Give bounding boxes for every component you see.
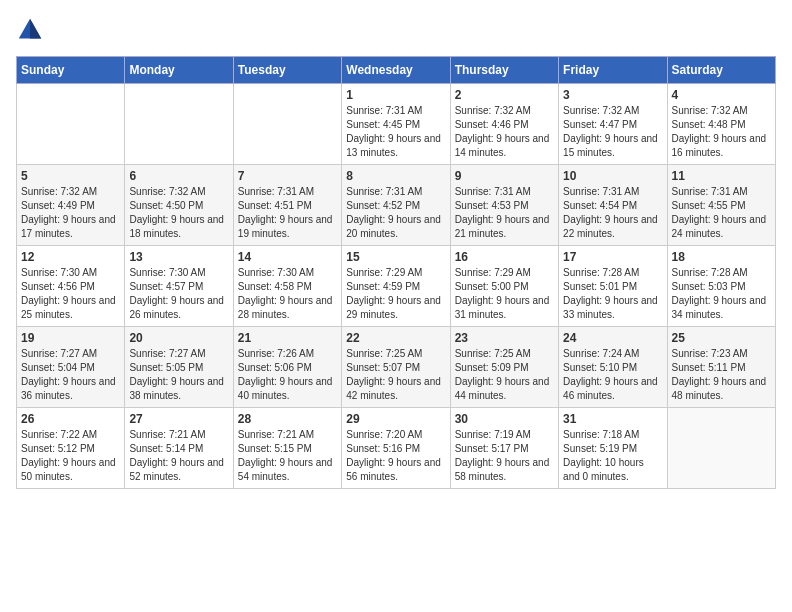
weekday-header-friday: Friday <box>559 57 667 84</box>
day-cell: 10Sunrise: 7:31 AM Sunset: 4:54 PM Dayli… <box>559 165 667 246</box>
day-number: 11 <box>672 169 771 183</box>
week-row-3: 12Sunrise: 7:30 AM Sunset: 4:56 PM Dayli… <box>17 246 776 327</box>
day-number: 4 <box>672 88 771 102</box>
svg-marker-1 <box>30 19 41 39</box>
day-number: 2 <box>455 88 554 102</box>
day-info: Sunrise: 7:20 AM Sunset: 5:16 PM Dayligh… <box>346 428 445 484</box>
day-cell: 8Sunrise: 7:31 AM Sunset: 4:52 PM Daylig… <box>342 165 450 246</box>
day-info: Sunrise: 7:30 AM Sunset: 4:56 PM Dayligh… <box>21 266 120 322</box>
day-number: 1 <box>346 88 445 102</box>
day-info: Sunrise: 7:32 AM Sunset: 4:50 PM Dayligh… <box>129 185 228 241</box>
day-info: Sunrise: 7:22 AM Sunset: 5:12 PM Dayligh… <box>21 428 120 484</box>
weekday-header-saturday: Saturday <box>667 57 775 84</box>
day-cell: 23Sunrise: 7:25 AM Sunset: 5:09 PM Dayli… <box>450 327 558 408</box>
day-cell: 5Sunrise: 7:32 AM Sunset: 4:49 PM Daylig… <box>17 165 125 246</box>
day-cell <box>125 84 233 165</box>
day-info: Sunrise: 7:31 AM Sunset: 4:54 PM Dayligh… <box>563 185 662 241</box>
day-info: Sunrise: 7:26 AM Sunset: 5:06 PM Dayligh… <box>238 347 337 403</box>
day-cell: 31Sunrise: 7:18 AM Sunset: 5:19 PM Dayli… <box>559 408 667 489</box>
day-number: 17 <box>563 250 662 264</box>
day-cell: 19Sunrise: 7:27 AM Sunset: 5:04 PM Dayli… <box>17 327 125 408</box>
day-info: Sunrise: 7:27 AM Sunset: 5:04 PM Dayligh… <box>21 347 120 403</box>
day-info: Sunrise: 7:30 AM Sunset: 4:58 PM Dayligh… <box>238 266 337 322</box>
day-number: 27 <box>129 412 228 426</box>
day-number: 25 <box>672 331 771 345</box>
day-cell: 24Sunrise: 7:24 AM Sunset: 5:10 PM Dayli… <box>559 327 667 408</box>
day-info: Sunrise: 7:30 AM Sunset: 4:57 PM Dayligh… <box>129 266 228 322</box>
day-info: Sunrise: 7:25 AM Sunset: 5:09 PM Dayligh… <box>455 347 554 403</box>
day-number: 24 <box>563 331 662 345</box>
day-cell: 7Sunrise: 7:31 AM Sunset: 4:51 PM Daylig… <box>233 165 341 246</box>
day-number: 7 <box>238 169 337 183</box>
day-cell: 17Sunrise: 7:28 AM Sunset: 5:01 PM Dayli… <box>559 246 667 327</box>
weekday-header-monday: Monday <box>125 57 233 84</box>
day-cell: 18Sunrise: 7:28 AM Sunset: 5:03 PM Dayli… <box>667 246 775 327</box>
day-number: 13 <box>129 250 228 264</box>
day-cell: 13Sunrise: 7:30 AM Sunset: 4:57 PM Dayli… <box>125 246 233 327</box>
day-info: Sunrise: 7:31 AM Sunset: 4:55 PM Dayligh… <box>672 185 771 241</box>
day-cell <box>17 84 125 165</box>
day-number: 18 <box>672 250 771 264</box>
day-cell: 21Sunrise: 7:26 AM Sunset: 5:06 PM Dayli… <box>233 327 341 408</box>
day-number: 20 <box>129 331 228 345</box>
day-info: Sunrise: 7:32 AM Sunset: 4:48 PM Dayligh… <box>672 104 771 160</box>
day-cell: 3Sunrise: 7:32 AM Sunset: 4:47 PM Daylig… <box>559 84 667 165</box>
day-number: 30 <box>455 412 554 426</box>
page-header <box>16 16 776 44</box>
day-info: Sunrise: 7:29 AM Sunset: 4:59 PM Dayligh… <box>346 266 445 322</box>
day-cell: 27Sunrise: 7:21 AM Sunset: 5:14 PM Dayli… <box>125 408 233 489</box>
day-number: 8 <box>346 169 445 183</box>
day-info: Sunrise: 7:19 AM Sunset: 5:17 PM Dayligh… <box>455 428 554 484</box>
day-cell: 22Sunrise: 7:25 AM Sunset: 5:07 PM Dayli… <box>342 327 450 408</box>
weekday-header-tuesday: Tuesday <box>233 57 341 84</box>
day-info: Sunrise: 7:21 AM Sunset: 5:14 PM Dayligh… <box>129 428 228 484</box>
logo-icon <box>16 16 44 44</box>
day-cell: 29Sunrise: 7:20 AM Sunset: 5:16 PM Dayli… <box>342 408 450 489</box>
day-cell: 2Sunrise: 7:32 AM Sunset: 4:46 PM Daylig… <box>450 84 558 165</box>
weekday-header-row: SundayMondayTuesdayWednesdayThursdayFrid… <box>17 57 776 84</box>
day-cell: 25Sunrise: 7:23 AM Sunset: 5:11 PM Dayli… <box>667 327 775 408</box>
day-number: 3 <box>563 88 662 102</box>
day-number: 22 <box>346 331 445 345</box>
day-info: Sunrise: 7:28 AM Sunset: 5:03 PM Dayligh… <box>672 266 771 322</box>
day-info: Sunrise: 7:23 AM Sunset: 5:11 PM Dayligh… <box>672 347 771 403</box>
day-cell: 26Sunrise: 7:22 AM Sunset: 5:12 PM Dayli… <box>17 408 125 489</box>
day-info: Sunrise: 7:31 AM Sunset: 4:52 PM Dayligh… <box>346 185 445 241</box>
day-cell: 6Sunrise: 7:32 AM Sunset: 4:50 PM Daylig… <box>125 165 233 246</box>
day-info: Sunrise: 7:21 AM Sunset: 5:15 PM Dayligh… <box>238 428 337 484</box>
day-number: 14 <box>238 250 337 264</box>
week-row-4: 19Sunrise: 7:27 AM Sunset: 5:04 PM Dayli… <box>17 327 776 408</box>
day-info: Sunrise: 7:31 AM Sunset: 4:45 PM Dayligh… <box>346 104 445 160</box>
day-info: Sunrise: 7:31 AM Sunset: 4:53 PM Dayligh… <box>455 185 554 241</box>
day-number: 10 <box>563 169 662 183</box>
day-info: Sunrise: 7:31 AM Sunset: 4:51 PM Dayligh… <box>238 185 337 241</box>
day-info: Sunrise: 7:28 AM Sunset: 5:01 PM Dayligh… <box>563 266 662 322</box>
day-cell: 11Sunrise: 7:31 AM Sunset: 4:55 PM Dayli… <box>667 165 775 246</box>
week-row-1: 1Sunrise: 7:31 AM Sunset: 4:45 PM Daylig… <box>17 84 776 165</box>
day-cell: 20Sunrise: 7:27 AM Sunset: 5:05 PM Dayli… <box>125 327 233 408</box>
day-number: 9 <box>455 169 554 183</box>
day-info: Sunrise: 7:32 AM Sunset: 4:46 PM Dayligh… <box>455 104 554 160</box>
logo <box>16 16 48 44</box>
day-cell: 9Sunrise: 7:31 AM Sunset: 4:53 PM Daylig… <box>450 165 558 246</box>
week-row-5: 26Sunrise: 7:22 AM Sunset: 5:12 PM Dayli… <box>17 408 776 489</box>
day-number: 16 <box>455 250 554 264</box>
weekday-header-thursday: Thursday <box>450 57 558 84</box>
calendar-table: SundayMondayTuesdayWednesdayThursdayFrid… <box>16 56 776 489</box>
day-number: 19 <box>21 331 120 345</box>
day-number: 29 <box>346 412 445 426</box>
day-number: 6 <box>129 169 228 183</box>
day-number: 5 <box>21 169 120 183</box>
day-number: 31 <box>563 412 662 426</box>
day-cell: 14Sunrise: 7:30 AM Sunset: 4:58 PM Dayli… <box>233 246 341 327</box>
day-info: Sunrise: 7:32 AM Sunset: 4:49 PM Dayligh… <box>21 185 120 241</box>
day-info: Sunrise: 7:32 AM Sunset: 4:47 PM Dayligh… <box>563 104 662 160</box>
day-number: 21 <box>238 331 337 345</box>
day-number: 26 <box>21 412 120 426</box>
day-info: Sunrise: 7:29 AM Sunset: 5:00 PM Dayligh… <box>455 266 554 322</box>
week-row-2: 5Sunrise: 7:32 AM Sunset: 4:49 PM Daylig… <box>17 165 776 246</box>
day-info: Sunrise: 7:25 AM Sunset: 5:07 PM Dayligh… <box>346 347 445 403</box>
day-info: Sunrise: 7:24 AM Sunset: 5:10 PM Dayligh… <box>563 347 662 403</box>
day-number: 12 <box>21 250 120 264</box>
day-cell: 16Sunrise: 7:29 AM Sunset: 5:00 PM Dayli… <box>450 246 558 327</box>
